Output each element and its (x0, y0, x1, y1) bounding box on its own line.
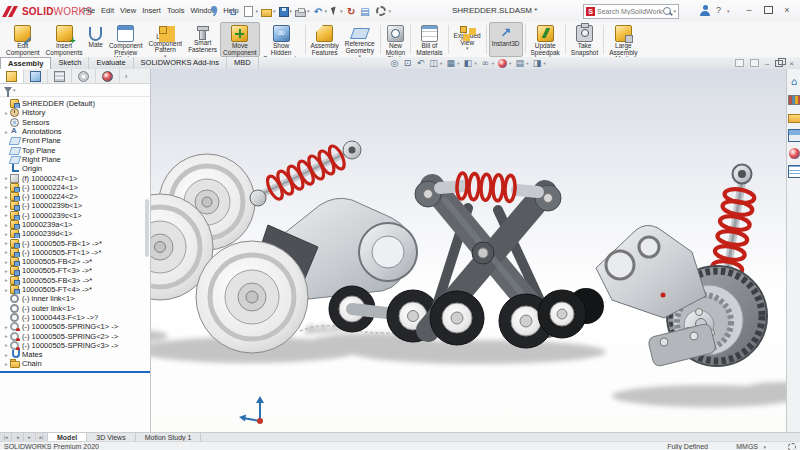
taskpane-appearances-scenes-button[interactable] (787, 145, 800, 161)
tree-item-10000505-ft-4[interactable]: ▸10000505-FT<4> ->* (0, 285, 150, 294)
dropdown-caret-icon[interactable]: ▾ (256, 8, 259, 14)
dropdown-caret-icon[interactable]: ▾ (492, 61, 494, 66)
tree-item-10000239c-1[interactable]: ▸(-) 10000239c<1> (0, 211, 150, 220)
minimize-document-button[interactable]: – (765, 59, 769, 68)
tree-item-10000239d-1[interactable]: ▸10000239d<1> (0, 229, 150, 238)
tab-solidworks-add-ins[interactable]: SOLIDWORKS Add-Ins (134, 57, 227, 69)
expand-arrow-icon[interactable]: ▸ (3, 361, 10, 367)
view-orientation-button[interactable]: ▦ (444, 58, 457, 69)
dropdown-caret-icon[interactable]: ▾ (307, 8, 310, 14)
tree-item-top-plane[interactable]: Top Plane (0, 145, 150, 154)
tile-windows-button[interactable] (750, 59, 759, 67)
tree-item-10000224-1[interactable]: ▸(-) 10000224<1> (0, 183, 150, 192)
dropdown-caret-icon[interactable]: ▾ (475, 61, 477, 66)
tree-item-mates[interactable]: ▸Mates (0, 350, 150, 359)
panel-tabs-overflow-button[interactable]: › (120, 69, 132, 83)
graphics-area[interactable] (151, 69, 786, 432)
options-button[interactable]: ▾ (374, 3, 392, 19)
undo-button[interactable]: ↶▾ (313, 3, 328, 19)
expand-arrow-icon[interactable]: ▸ (3, 175, 10, 181)
panel-tab-property-manager[interactable] (24, 69, 48, 83)
menu-tools[interactable]: Tools (164, 4, 188, 17)
print-button[interactable]: ▾ (295, 3, 310, 19)
tree-item-10000505-ft-1[interactable]: ▸(-) 10000505-FT<1> ->* (0, 248, 150, 257)
dropdown-caret-icon[interactable]: ▾ (526, 61, 528, 66)
home-button[interactable]: ⌂ (228, 3, 239, 19)
status-gear-icon[interactable] (788, 443, 796, 450)
ribbon-button-assembly-features[interactable]: Assembly Features▾ (308, 22, 342, 57)
units-caret-icon[interactable]: ▾ (763, 444, 766, 450)
menu-edit[interactable]: Edit (98, 4, 117, 17)
hide-show-items-button[interactable]: ∞ (479, 58, 492, 69)
ribbon-button-smart-fasteners[interactable]: Smart Fasteners (185, 22, 220, 57)
apply-scene-button[interactable]: ▤ (513, 58, 526, 69)
expand-arrow-icon[interactable]: ▸ (3, 277, 10, 283)
view-settings-button[interactable]: ◨ (531, 58, 544, 69)
window-minimize-button[interactable]: – (740, 0, 758, 20)
viewport-3d-render[interactable] (151, 69, 786, 432)
expand-arrow-icon[interactable]: ▸ (3, 240, 10, 246)
tree-item-right-plane[interactable]: Right Plane (0, 155, 150, 164)
tree-item-10000239a-1[interactable]: ▸10000239a<1> (0, 220, 150, 229)
zoom-to-area-button[interactable]: ⊡ (401, 58, 414, 69)
tree-filter-row[interactable]: ▾ (0, 84, 150, 97)
tree-item-inner-link-1[interactable]: (-) inner link<1> (0, 294, 150, 303)
expand-arrow-icon[interactable]: ▸ (3, 203, 10, 209)
tab-assembly[interactable]: Assembly (0, 57, 51, 69)
shock-absorber-left[interactable] (250, 141, 361, 206)
dropdown-caret-icon[interactable]: ▾ (340, 8, 343, 14)
taskpane-solidworks-resources-button[interactable]: ⌂ (787, 73, 800, 89)
units-selector[interactable]: MMGS (736, 443, 758, 450)
display-style-button[interactable]: ◧ (462, 58, 475, 69)
expand-arrow-icon[interactable]: ▸ (3, 342, 10, 348)
ribbon-button-bill-of-materials[interactable]: Bill of Materials▾ (413, 22, 445, 57)
filter-caret-icon[interactable]: ▾ (13, 87, 16, 93)
file-properties-button[interactable]: ▤ (360, 3, 371, 19)
ribbon-button-take-snapshot[interactable]: Take Snapshot (568, 22, 601, 57)
search-options-caret-icon[interactable]: ▾ (673, 8, 676, 14)
dropdown-caret-icon[interactable]: ▾ (290, 8, 293, 14)
tree-item-f-10000247-1[interactable]: ▸(f) 10000247<1> (0, 173, 150, 182)
help-caret-icon[interactable]: ▾ (727, 8, 730, 14)
tree-item-10000505-ft-3[interactable]: ▸10000505-FT<3> ->* (0, 266, 150, 275)
dropdown-caret-icon[interactable]: ▾ (440, 61, 442, 66)
tree-item-10000505-fb-3[interactable]: ▸10000505-FB<3> ->* (0, 276, 150, 285)
search-magnifier-icon[interactable] (663, 7, 671, 15)
panel-tab-dimxpert-manager[interactable] (72, 69, 96, 83)
ribbon-button-linear-component-pattern[interactable]: Linear Component Pattern▾ (146, 22, 186, 57)
select-button[interactable]: ▾ (330, 3, 343, 19)
menu-view[interactable]: View (117, 4, 139, 17)
restore-document-button[interactable] (775, 60, 783, 67)
expand-arrow-icon[interactable]: ▸ (3, 287, 10, 293)
dropdown-caret-icon[interactable]: ▾ (544, 61, 546, 66)
dropdown-caret-icon[interactable]: ▾ (389, 8, 392, 14)
tree-item-annotations[interactable]: ▸Annotations (0, 127, 150, 136)
open-button[interactable]: ▾ (261, 3, 276, 19)
ribbon-button-show-hidden-components[interactable]: Show Hidden Components (260, 22, 303, 57)
tree-item-sensors[interactable]: Sensors (0, 118, 150, 127)
previous-view-button[interactable]: ↶ (414, 58, 427, 69)
tree-item-10000239b-1[interactable]: ▸(-) 10000239b<1> (0, 201, 150, 210)
ribbon-button-insert-components[interactable]: Insert Components▾ (43, 22, 86, 57)
panel-tab-featuremanager-design-tree[interactable] (0, 69, 24, 83)
taskpane-file-explorer-button[interactable] (787, 109, 800, 125)
ribbon-button-component-preview-window[interactable]: Component Preview Window (106, 22, 146, 57)
taskpane-custom-properties-button[interactable] (787, 163, 800, 179)
tree-item-history[interactable]: ▸History (0, 108, 150, 117)
ribbon-button-move-component[interactable]: Move Component▾ (220, 22, 260, 57)
rebuild-button[interactable]: ↻ (346, 3, 357, 19)
window-close-button[interactable]: × (778, 0, 796, 20)
tree-item-chain[interactable]: ▸Chain (0, 359, 150, 368)
tree-item-10000443-f-1[interactable]: (-) 10000443-F<1> ->? (0, 313, 150, 322)
menu-insert[interactable]: Insert (139, 4, 164, 17)
save-button[interactable]: ▾ (279, 3, 293, 19)
ribbon-button-exploded-view[interactable]: Exploded View▾ (451, 22, 484, 57)
tree-item-10000224-2[interactable]: ▸(-) 10000224<2> (0, 192, 150, 201)
dropdown-caret-icon[interactable]: ▾ (273, 8, 276, 14)
tree-item-front-plane[interactable]: Front Plane (0, 136, 150, 145)
dropdown-caret-icon[interactable]: ▾ (325, 8, 328, 14)
tree-scrollbar[interactable] (145, 199, 149, 257)
expand-arrow-icon[interactable]: ▸ (3, 352, 10, 358)
tree-item-outer-link-1[interactable]: (-) outer link<1> (0, 304, 150, 313)
roller-arm-assembly[interactable] (151, 141, 417, 353)
